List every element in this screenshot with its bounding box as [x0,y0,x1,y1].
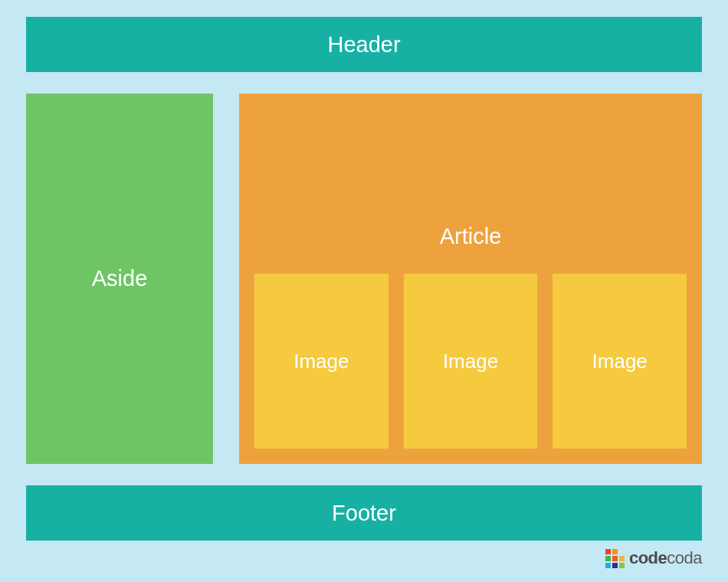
image-label: Image [293,350,349,373]
image-row: Image Image Image [254,274,687,449]
image-box: Image [404,274,538,449]
brand-name-suffix: coda [667,548,702,567]
image-box: Image [553,274,687,449]
image-label: Image [443,350,498,373]
image-box: Image [254,274,389,449]
article-region: Article Image Image Image [239,94,702,464]
footer-label: Footer [332,501,396,526]
aside-region: Aside [26,94,213,464]
brand-logo-icon [605,549,625,568]
article-label: Article [440,224,502,249]
brand-attribution: codecoda [26,548,702,568]
middle-row: Aside Article Image Image Image [26,94,702,464]
footer-region: Footer [26,485,702,541]
header-region: Header [26,17,702,72]
header-label: Header [327,32,400,58]
image-label: Image [592,350,648,373]
brand-name-prefix: code [629,548,667,567]
brand-name: codecoda [629,548,702,568]
aside-label: Aside [92,266,148,291]
